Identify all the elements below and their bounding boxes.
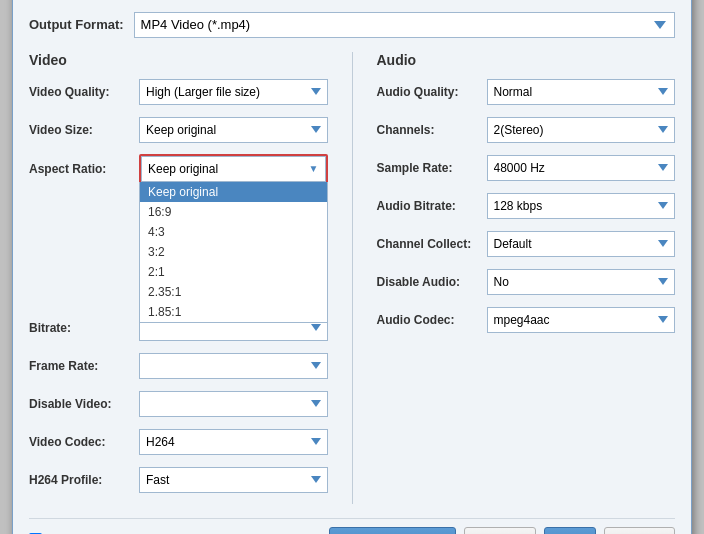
frame-rate-label: Frame Rate: [29,359,139,373]
column-divider [352,52,353,504]
h264-profile-select[interactable]: Fast [139,467,328,493]
disable-audio-label: Disable Audio: [377,275,487,289]
footer-row: More settings Save My Settings Default O… [29,518,675,535]
channel-collect-label: Channel Collect: [377,237,487,251]
aspect-ratio-option-4[interactable]: 2:1 [140,262,327,282]
sample-rate-select[interactable]: 48000 Hz [487,155,676,181]
disable-video-row: Disable Video: [29,390,328,418]
ok-button[interactable]: OK [544,527,595,535]
aspect-ratio-option-1[interactable]: 16:9 [140,202,327,222]
audio-quality-select[interactable]: Normal [487,79,676,105]
channel-collect-row: Channel Collect: Default [377,230,676,258]
aspect-ratio-option-0[interactable]: Keep original [140,182,327,202]
video-quality-row: Video Quality: High (Larger file size) [29,78,328,106]
aspect-ratio-option-2[interactable]: 4:3 [140,222,327,242]
audio-codec-label: Audio Codec: [377,313,487,327]
default-button[interactable]: Default [464,527,536,535]
audio-codec-select[interactable]: mpeg4aac [487,307,676,333]
aspect-ratio-label: Aspect Ratio: [29,162,139,176]
aspect-ratio-container: Keep original ▼ Keep original 16:9 4:3 3… [139,154,328,184]
output-format-select[interactable]: MP4 Video (*.mp4) [134,12,675,38]
bitrate-label: Bitrate: [29,321,139,335]
audio-column: Audio Audio Quality: Normal Channels: 2(… [377,52,676,504]
channels-row: Channels: 2(Stereo) [377,116,676,144]
sample-rate-label: Sample Rate: [377,161,487,175]
aspect-ratio-option-3[interactable]: 3:2 [140,242,327,262]
video-column: Video Video Quality: High (Larger file s… [29,52,328,504]
aspect-ratio-value: Keep original [148,162,218,176]
output-format-row: Output Format: MP4 Video (*.mp4) [29,12,675,38]
channel-collect-select[interactable]: Default [487,231,676,257]
aspect-ratio-row: Aspect Ratio: Keep original ▼ Keep origi… [29,154,328,184]
footer-buttons: Save My Settings Default OK Cancel [329,527,675,535]
channels-label: Channels: [377,123,487,137]
disable-video-label: Disable Video: [29,397,139,411]
audio-quality-row: Audio Quality: Normal [377,78,676,106]
channels-select[interactable]: 2(Stereo) [487,117,676,143]
audio-bitrate-label: Audio Bitrate: [377,199,487,213]
aspect-ratio-option-5[interactable]: 2.35:1 [140,282,327,302]
audio-bitrate-row: Audio Bitrate: 128 kbps [377,192,676,220]
sample-rate-row: Sample Rate: 48000 Hz [377,154,676,182]
video-size-label: Video Size: [29,123,139,137]
video-codec-row: Video Codec: H264 [29,428,328,456]
disable-video-select[interactable] [139,391,328,417]
output-settings-dialog: Output Settings ✕ Output Format: MP4 Vid… [12,0,692,534]
h264-profile-row: H264 Profile: Fast [29,466,328,494]
video-section-title: Video [29,52,328,68]
frame-rate-row: Frame Rate: [29,352,328,380]
aspect-ratio-arrow: ▼ [309,163,319,174]
frame-rate-select[interactable] [139,353,328,379]
video-size-select[interactable]: Keep original [139,117,328,143]
video-codec-label: Video Codec: [29,435,139,449]
aspect-ratio-dropdown: Keep original 16:9 4:3 3:2 2:1 2.35:1 1.… [139,182,328,323]
audio-section-title: Audio [377,52,676,68]
video-quality-select[interactable]: High (Larger file size) [139,79,328,105]
aspect-ratio-header[interactable]: Keep original ▼ [141,156,326,182]
audio-quality-label: Audio Quality: [377,85,487,99]
aspect-ratio-option-6[interactable]: 1.85:1 [140,302,327,322]
save-settings-button[interactable]: Save My Settings [329,527,456,535]
video-size-row: Video Size: Keep original [29,116,328,144]
video-codec-select[interactable]: H264 [139,429,328,455]
disable-audio-row: Disable Audio: No [377,268,676,296]
audio-bitrate-select[interactable]: 128 kbps [487,193,676,219]
output-format-label: Output Format: [29,17,124,32]
video-quality-label: Video Quality: [29,85,139,99]
disable-audio-select[interactable]: No [487,269,676,295]
h264-profile-label: H264 Profile: [29,473,139,487]
cancel-button[interactable]: Cancel [604,527,675,535]
audio-codec-row: Audio Codec: mpeg4aac [377,306,676,334]
